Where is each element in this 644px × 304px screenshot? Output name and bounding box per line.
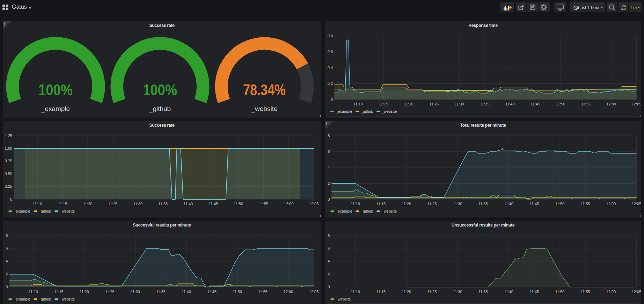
svg-text:11:25: 11:25 — [427, 202, 437, 206]
svg-text:11:55: 11:55 — [581, 290, 590, 294]
svg-text:11:45: 11:45 — [529, 290, 539, 294]
svg-text:11:45: 11:45 — [530, 102, 540, 106]
svg-text:11:25: 11:25 — [427, 290, 437, 294]
svg-text:0.25: 0.25 — [5, 184, 12, 188]
svg-text:12:05: 12:05 — [309, 202, 319, 206]
svg-text:11:15: 11:15 — [379, 102, 388, 106]
svg-text:11:50: 11:50 — [234, 202, 243, 206]
svg-text:_website: _website — [251, 105, 278, 113]
svg-text:11:20: 11:20 — [83, 202, 93, 206]
svg-text:1.25: 1.25 — [5, 134, 12, 138]
svg-text:11:15: 11:15 — [54, 290, 64, 294]
svg-text:0.6: 0.6 — [328, 50, 333, 54]
svg-text:11:10: 11:10 — [351, 202, 360, 206]
svg-text:2: 2 — [6, 272, 8, 276]
svg-text:8: 8 — [328, 233, 330, 238]
svg-text:11:45: 11:45 — [529, 202, 539, 206]
svg-text:11:10: 11:10 — [351, 290, 360, 294]
svg-text:11:40: 11:40 — [505, 102, 515, 106]
svg-text:0: 0 — [6, 285, 8, 289]
svg-text:11:25: 11:25 — [108, 202, 118, 206]
svg-text:11:45: 11:45 — [208, 202, 218, 206]
svg-text:12:05: 12:05 — [632, 102, 641, 106]
svg-text:0.4: 0.4 — [328, 66, 333, 70]
svg-text:12:05: 12:05 — [309, 290, 319, 294]
svg-text:11:55: 11:55 — [259, 202, 268, 206]
svg-text:11:35: 11:35 — [478, 290, 488, 294]
svg-text:11:50: 11:50 — [555, 290, 565, 294]
svg-text:12:00: 12:00 — [284, 202, 294, 206]
svg-text:0: 0 — [328, 197, 330, 201]
svg-text:11:20: 11:20 — [80, 290, 89, 294]
svg-text:_github: _github — [149, 105, 171, 113]
svg-text:11:35: 11:35 — [478, 202, 488, 206]
svg-text:100%: 100% — [143, 82, 177, 98]
svg-text:11:45: 11:45 — [207, 290, 217, 294]
svg-text:12:00: 12:00 — [606, 202, 616, 206]
svg-text:11:40: 11:40 — [504, 290, 513, 294]
svg-text:11:30: 11:30 — [131, 290, 140, 294]
svg-text:11:50: 11:50 — [555, 202, 565, 206]
svg-text:0.8: 0.8 — [328, 34, 333, 38]
svg-text:11:40: 11:40 — [182, 290, 191, 294]
svg-text:78.34%: 78.34% — [243, 82, 286, 98]
svg-text:4: 4 — [328, 165, 330, 170]
svg-text:8: 8 — [6, 233, 8, 238]
svg-text:6: 6 — [6, 246, 8, 250]
svg-text:11:25: 11:25 — [430, 102, 439, 106]
svg-text:11:30: 11:30 — [455, 102, 464, 106]
svg-text:11:55: 11:55 — [581, 202, 590, 206]
svg-text:1.00: 1.00 — [5, 146, 12, 150]
svg-text:0: 0 — [328, 285, 330, 289]
svg-text:11:35: 11:35 — [480, 102, 489, 106]
svg-text:11:25: 11:25 — [105, 290, 115, 294]
svg-text:0: 0 — [10, 197, 12, 201]
svg-text:11:15: 11:15 — [376, 202, 386, 206]
svg-text:11:50: 11:50 — [556, 102, 565, 106]
svg-text:11:30: 11:30 — [133, 202, 143, 206]
svg-text:0.2: 0.2 — [328, 81, 333, 86]
svg-text:12:00: 12:00 — [606, 102, 616, 106]
svg-text:11:40: 11:40 — [183, 202, 193, 206]
svg-text:100%: 100% — [38, 82, 73, 98]
svg-text:0.50: 0.50 — [5, 172, 12, 176]
svg-text:12:00: 12:00 — [606, 290, 616, 294]
svg-text:11:55: 11:55 — [581, 102, 591, 106]
svg-text:2: 2 — [328, 181, 330, 185]
svg-text:11:15: 11:15 — [58, 202, 67, 206]
svg-text:11:10: 11:10 — [29, 290, 38, 294]
svg-text:6: 6 — [328, 149, 330, 154]
svg-text:11:40: 11:40 — [504, 202, 513, 206]
svg-text:_example: _example — [41, 105, 70, 113]
svg-text:6: 6 — [328, 246, 330, 250]
svg-text:0: 0 — [331, 97, 333, 102]
svg-text:4: 4 — [6, 259, 8, 263]
svg-text:11:30: 11:30 — [453, 290, 462, 294]
svg-text:8: 8 — [328, 134, 330, 138]
svg-text:11:30: 11:30 — [453, 202, 462, 206]
svg-text:11:55: 11:55 — [258, 290, 268, 294]
svg-text:11:15: 11:15 — [376, 290, 386, 294]
svg-text:11:20: 11:20 — [402, 202, 411, 206]
svg-text:11:20: 11:20 — [402, 290, 411, 294]
svg-text:11:50: 11:50 — [233, 290, 242, 294]
svg-text:4: 4 — [328, 259, 330, 263]
svg-text:11:10: 11:10 — [33, 202, 42, 206]
svg-text:11:35: 11:35 — [156, 290, 166, 294]
svg-text:12:05: 12:05 — [632, 290, 641, 294]
svg-text:12:05: 12:05 — [632, 202, 641, 206]
svg-text:0.75: 0.75 — [5, 159, 12, 163]
svg-text:12:00: 12:00 — [284, 290, 293, 294]
svg-text:11:10: 11:10 — [353, 102, 363, 106]
svg-text:11:35: 11:35 — [159, 202, 168, 206]
svg-text:11:20: 11:20 — [404, 102, 414, 106]
svg-text:2: 2 — [328, 272, 330, 276]
